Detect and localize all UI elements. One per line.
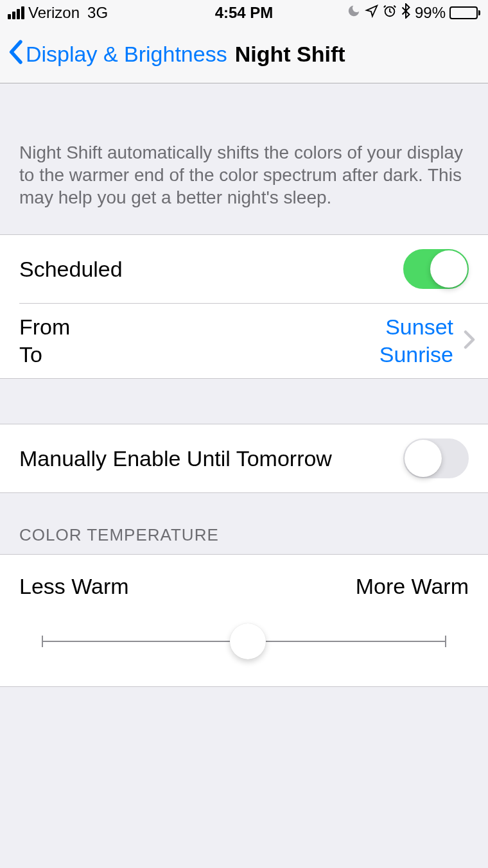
less-warm-label: Less Warm [19, 574, 129, 599]
alarm-icon [383, 4, 397, 22]
schedule-group: Scheduled From To Sunset Sunrise [0, 234, 488, 379]
scheduled-toggle[interactable] [403, 249, 469, 289]
manual-enable-label: Manually Enable Until Tomorrow [19, 446, 332, 471]
status-left: Verizon 3G [8, 4, 108, 22]
battery-icon [449, 6, 480, 19]
color-temp-slider[interactable] [42, 629, 446, 654]
network-label: 3G [87, 4, 108, 22]
manual-enable-cell: Manually Enable Until Tomorrow [0, 424, 488, 492]
status-time: 4:54 PM [215, 4, 274, 22]
carrier-label: Verizon [28, 4, 80, 22]
more-warm-label: More Warm [356, 574, 469, 599]
from-value: Sunset [385, 313, 453, 341]
signal-bars-icon [8, 6, 24, 19]
spacer [0, 379, 488, 424]
from-to-labels: From To [19, 313, 70, 368]
chevron-right-icon [464, 330, 475, 352]
chevron-left-icon [8, 40, 23, 69]
switch-knob [405, 440, 442, 477]
nav-header: Display & Brightness Night Shift [0, 26, 488, 83]
bluetooth-icon [401, 3, 411, 22]
switch-knob [430, 250, 467, 288]
scheduled-label: Scheduled [19, 257, 123, 282]
slider-tick-right [445, 636, 446, 647]
page-title: Night Shift [235, 42, 345, 67]
moon-icon [347, 4, 361, 22]
slider-thumb[interactable] [230, 623, 266, 659]
slider-tick-left [42, 636, 43, 647]
back-button[interactable]: Display & Brightness [8, 40, 227, 69]
back-label: Display & Brightness [26, 42, 227, 67]
scheduled-cell: Scheduled [0, 235, 488, 303]
manual-group: Manually Enable Until Tomorrow [0, 424, 488, 493]
location-icon [365, 4, 379, 22]
from-to-values: Sunset Sunrise [379, 313, 453, 368]
color-temp-header: COLOR TEMPERATURE [0, 493, 488, 554]
color-temp-cell: Less Warm More Warm [0, 554, 488, 687]
manual-enable-toggle[interactable] [403, 438, 469, 478]
to-value: Sunrise [379, 341, 453, 369]
status-right: 99% [347, 3, 480, 22]
battery-percent: 99% [415, 4, 446, 22]
schedule-range-cell[interactable]: From To Sunset Sunrise [0, 303, 488, 378]
status-bar: Verizon 3G 4:54 PM 99% [0, 0, 488, 26]
to-label: To [19, 341, 70, 369]
slider-labels: Less Warm More Warm [19, 574, 469, 599]
description-text: Night Shift automatically shifts the col… [0, 83, 488, 234]
from-label: From [19, 313, 70, 341]
